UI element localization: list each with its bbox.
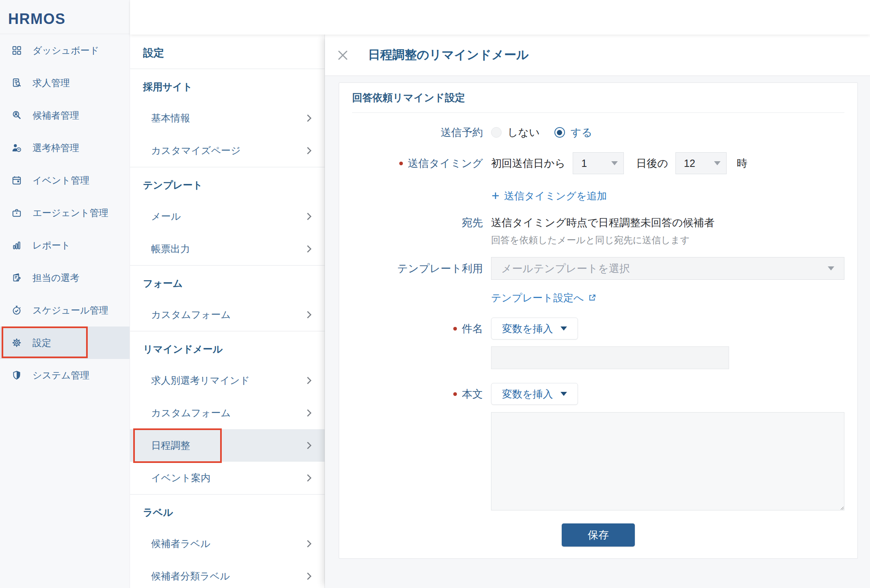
chevron-right-icon (306, 376, 312, 385)
sidebar-item-agents[interactable]: エージェント管理 (0, 197, 130, 229)
sidebar-item-label: 選考枠管理 (32, 142, 79, 154)
insert-variable-button-body[interactable]: 変数を挿入 (491, 383, 578, 405)
sidebar-item-label: ダッシュボード (32, 44, 99, 57)
menu-section-form: フォーム カスタムフォーム (130, 266, 325, 331)
sidebar-item-label: エージェント管理 (32, 207, 108, 219)
recipient-note: 回答を依頼したメールと同じ宛先に送信します (491, 234, 690, 246)
menu-item-event-guide[interactable]: イベント案内 (130, 462, 325, 494)
caret-down-icon (611, 161, 618, 165)
radio-off-label[interactable]: しない (507, 125, 540, 140)
menu-section-header: ラベル (130, 508, 325, 517)
documents-pen-icon (11, 272, 22, 283)
chevron-right-icon (306, 571, 312, 581)
timing-suffix-text: 時 (737, 156, 747, 171)
save-button[interactable]: 保存 (562, 523, 635, 547)
save-row: 保存 (352, 523, 844, 547)
menu-item-customize-page[interactable]: カスタマイズページ (130, 134, 325, 167)
menu-item-basic-info[interactable]: 基本情報 (130, 102, 325, 134)
required-dot-icon (453, 392, 457, 396)
remind-mail-drawer: 日程調整のリマインドメール 回答依頼リマインド設定 送信予約 (325, 35, 870, 588)
sidebar-item-system[interactable]: システム管理 (0, 359, 130, 391)
recipient-value: 送信タイミング時点で日程調整未回答の候補者 (491, 216, 714, 230)
calendar-icon (11, 175, 22, 186)
template-label: テンプレート利用 (352, 262, 483, 276)
menu-section-header: 採用サイト (130, 82, 325, 92)
hour-select[interactable]: 12 (675, 152, 727, 174)
plus-icon (491, 191, 500, 200)
menu-item-custom-form-remind[interactable]: カスタムフォーム (130, 397, 325, 429)
radio-on-label[interactable]: する (571, 125, 592, 140)
menu-section-recruit-site: 採用サイト 基本情報 カスタマイズページ (130, 69, 325, 167)
body-label: 本文 (352, 387, 483, 401)
menu-item-candidate-class-label[interactable]: 候補者分類ラベル (130, 560, 325, 588)
sidebar-item-label: レポート (32, 239, 71, 252)
sidebar-item-label: システム管理 (32, 369, 89, 382)
sidebar-item-jobs[interactable]: 求人管理 (0, 67, 130, 99)
app-root: HRMOS ダッシュボード 求人管理 候補者管理 選考枠管理 (0, 0, 870, 588)
insert-variable-button-subject[interactable]: 変数を挿入 (491, 318, 578, 339)
hrmos-logo: HRMOS (8, 11, 66, 28)
menu-item-mail[interactable]: メール (130, 200, 325, 233)
chevron-right-icon (306, 146, 312, 156)
menu-item-custom-form[interactable]: カスタムフォーム (130, 298, 325, 331)
sidebar-item-my-selections[interactable]: 担当の選考 (0, 262, 130, 294)
gear-icon (11, 337, 22, 348)
recipient-label: 宛先 (352, 216, 483, 230)
required-dot-icon (399, 162, 403, 165)
drawer-title: 日程調整のリマインドメール (368, 47, 529, 63)
chevron-right-icon (306, 408, 312, 418)
timing-between-text: 日後の (636, 156, 668, 171)
chevron-right-icon (306, 113, 312, 123)
menu-item-form-output[interactable]: 帳票出力 (130, 233, 325, 265)
sidebar-item-selection-slots[interactable]: 選考枠管理 (0, 132, 130, 164)
chevron-right-icon (306, 212, 312, 221)
radio-on-button[interactable] (554, 127, 565, 138)
dashboard-grid-icon (11, 45, 22, 56)
sidebar-item-events[interactable]: イベント管理 (0, 164, 130, 197)
sidebar-item-label: イベント管理 (32, 174, 89, 187)
close-icon[interactable] (337, 50, 348, 61)
sidebar-item-settings[interactable]: 設定 (0, 326, 130, 359)
body-textarea-row (352, 412, 844, 511)
sidebar-item-reports[interactable]: レポート (0, 229, 130, 262)
chevron-right-icon (306, 244, 312, 254)
send-reservation-label: 送信予約 (352, 125, 483, 140)
sidebar-item-candidates[interactable]: 候補者管理 (0, 99, 130, 132)
timing-prefix-text: 初回送信日から (491, 156, 565, 171)
add-timing-row: 送信タイミングを追加 (352, 189, 844, 203)
sidebar-item-schedule[interactable]: スケジュール管理 (0, 294, 130, 326)
template-link-row: テンプレート設定へ (352, 291, 844, 305)
day-select[interactable]: 1 (573, 152, 624, 174)
briefcase-icon (11, 208, 22, 218)
subject-input-row (352, 346, 844, 369)
remind-settings-card: 回答依頼リマインド設定 送信予約 しない する (339, 82, 858, 559)
caret-down-icon (561, 326, 567, 331)
mail-template-select[interactable]: メールテンプレートを選択 (491, 257, 844, 280)
chevron-right-icon (306, 539, 312, 549)
shield-icon (11, 370, 22, 380)
sidebar-item-label: 求人管理 (32, 77, 70, 89)
sidebar-item-label: 候補者管理 (32, 109, 79, 122)
subject-input[interactable] (491, 346, 729, 369)
menu-section-header: フォーム (130, 279, 325, 288)
send-reservation-row: 送信予約 しない する (352, 124, 844, 141)
sidebar-item-dashboard[interactable]: ダッシュボード (0, 34, 130, 67)
job-document-search-icon (11, 78, 22, 88)
body-textarea[interactable] (491, 412, 844, 510)
menu-section-remind-mail: リマインドメール 求人別選考リマインド カスタムフォーム 日程調整 (130, 331, 325, 495)
card-divider (352, 112, 844, 113)
template-settings-link[interactable]: テンプレート設定へ (491, 291, 596, 305)
chevron-right-icon (306, 310, 312, 320)
radio-off-button[interactable] (491, 127, 502, 138)
external-link-icon (588, 294, 596, 302)
menu-item-schedule-adjustment[interactable]: 日程調整 (130, 429, 325, 462)
sidebar: HRMOS ダッシュボード 求人管理 候補者管理 選考枠管理 (0, 0, 130, 588)
person-clock-icon (11, 143, 22, 153)
send-timing-row: 送信タイミング 初回送信日から 1 日後の 12 (352, 152, 844, 174)
menu-item-job-remind[interactable]: 求人別選考リマインド (130, 364, 325, 397)
send-timing-label: 送信タイミング (352, 156, 483, 171)
candidate-search-icon (11, 110, 22, 121)
menu-item-candidate-label[interactable]: 候補者ラベル (130, 527, 325, 560)
stopwatch-check-icon (11, 305, 22, 316)
add-timing-link[interactable]: 送信タイミングを追加 (491, 189, 607, 203)
